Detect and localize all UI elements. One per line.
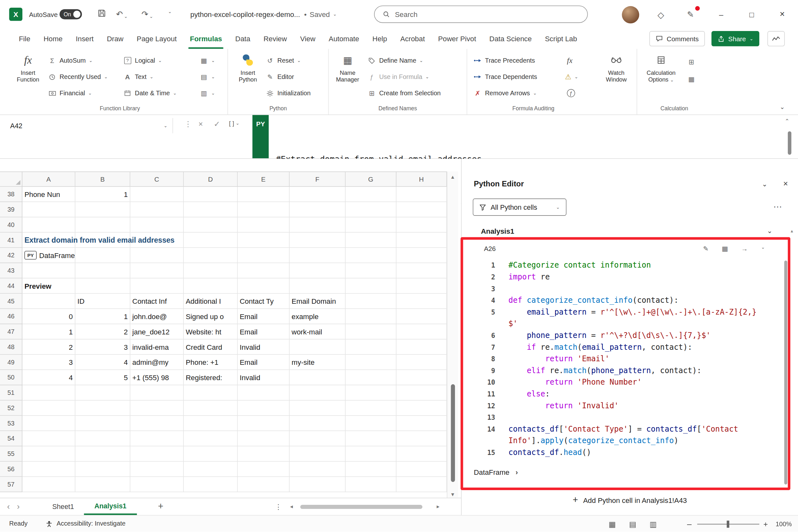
cell[interactable]: [396, 279, 447, 294]
normal-view-button[interactable]: ▦: [609, 519, 616, 529]
undo-button[interactable]: ↶⌄: [116, 9, 128, 19]
cell[interactable]: [130, 202, 184, 217]
cell[interactable]: [238, 232, 289, 248]
tab-script-lab[interactable]: Script Lab: [538, 28, 584, 49]
row-header-42[interactable]: 42: [0, 248, 22, 263]
table-icon[interactable]: ▦: [722, 245, 728, 252]
cell[interactable]: [396, 446, 447, 462]
cell[interactable]: [396, 248, 447, 263]
cell[interactable]: Email: [238, 324, 289, 340]
cell[interactable]: [396, 340, 447, 355]
cell[interactable]: [184, 202, 238, 217]
cell[interactable]: [396, 370, 447, 385]
python-cells-filter[interactable]: All Python cells ⌄: [473, 198, 567, 216]
cell[interactable]: [75, 416, 130, 431]
cell[interactable]: [22, 416, 75, 431]
cell[interactable]: [22, 477, 75, 492]
pen-icon[interactable]: ✎: [687, 10, 694, 19]
cell[interactable]: 1: [75, 187, 130, 202]
row-header-38[interactable]: 38: [0, 187, 22, 202]
cell[interactable]: john.doe@: [130, 309, 184, 324]
sheet-nav-right-icon[interactable]: ›: [17, 502, 27, 511]
row-header-47[interactable]: 47: [0, 324, 22, 340]
cell[interactable]: [396, 293, 447, 309]
formula-scrollbar-thumb[interactable]: [788, 131, 791, 155]
cell[interactable]: [22, 462, 75, 477]
cell[interactable]: [75, 385, 130, 401]
cell[interactable]: Additional I: [184, 293, 238, 309]
cell[interactable]: [184, 279, 238, 294]
reset-button[interactable]: ↺Reset⌄: [266, 54, 301, 67]
sheet-more-button[interactable]: ⋮: [275, 502, 282, 511]
scroll-down-icon[interactable]: ▼: [447, 492, 458, 497]
tab-data-science[interactable]: Data Science: [483, 28, 538, 49]
cell[interactable]: [346, 232, 396, 248]
logical-button[interactable]: ?Logical⌄: [123, 54, 162, 67]
cell[interactable]: [290, 401, 346, 416]
cell[interactable]: [396, 187, 447, 202]
panel-more-button[interactable]: …: [773, 200, 782, 210]
cell[interactable]: [396, 232, 447, 248]
zoom-in-button[interactable]: +: [763, 515, 768, 532]
cell[interactable]: [22, 217, 75, 233]
cell[interactable]: [238, 248, 289, 263]
cell[interactable]: jane_doe12: [130, 324, 184, 340]
column-header-c[interactable]: C: [130, 171, 184, 187]
edit-icon[interactable]: ✎: [703, 245, 708, 252]
autosum-button[interactable]: ΣAutoSum⌄: [48, 54, 93, 67]
cell[interactable]: [396, 324, 447, 340]
document-title[interactable]: python-excel-copilot-regex-demo... • Sav…: [190, 10, 337, 18]
cell[interactable]: [22, 385, 75, 401]
cell[interactable]: [396, 431, 447, 446]
share-button[interactable]: Share ⌄: [711, 31, 759, 46]
cell[interactable]: example: [290, 309, 346, 324]
scrollbar-thumb[interactable]: [451, 384, 455, 482]
avatar[interactable]: [622, 6, 639, 23]
cell[interactable]: [184, 263, 238, 279]
cell[interactable]: [75, 431, 130, 446]
cell[interactable]: [184, 477, 238, 492]
cell[interactable]: invalid-ema: [130, 340, 184, 355]
cell[interactable]: my-site: [290, 355, 346, 370]
cell[interactable]: [238, 431, 289, 446]
panel-collapse-icon[interactable]: ⌄: [762, 180, 767, 188]
math-trig-button[interactable]: ▤⌄: [200, 70, 215, 83]
cell[interactable]: [346, 248, 396, 263]
cell[interactable]: [396, 263, 447, 279]
trace-precedents-button[interactable]: Trace Precedents: [473, 54, 535, 67]
sheet-tab-analysis1[interactable]: Analysis1: [84, 498, 136, 515]
cell[interactable]: 3: [75, 340, 130, 355]
cell[interactable]: 5: [75, 370, 130, 385]
section-analysis1[interactable]: Analysis1: [481, 227, 514, 235]
tab-review[interactable]: Review: [257, 28, 293, 49]
cell[interactable]: [184, 248, 238, 263]
cell[interactable]: [290, 340, 346, 355]
column-header-h[interactable]: H: [396, 171, 447, 187]
cell[interactable]: [75, 248, 130, 263]
initialization-button[interactable]: Initialization: [266, 87, 311, 100]
cell[interactable]: Email: [238, 355, 289, 370]
row-header-55[interactable]: 55: [0, 446, 22, 462]
cell[interactable]: [290, 446, 346, 462]
row-header-43[interactable]: 43: [0, 263, 22, 279]
hscroll-left-icon[interactable]: ◂: [290, 503, 293, 510]
row-header-46[interactable]: 46: [0, 309, 22, 324]
tab-home[interactable]: Home: [37, 28, 69, 49]
cell[interactable]: [290, 248, 346, 263]
cell[interactable]: [346, 355, 396, 370]
cell[interactable]: ID: [75, 293, 130, 309]
financial-button[interactable]: Financial⌄: [48, 87, 92, 100]
cell[interactable]: [130, 446, 184, 462]
cell[interactable]: 2: [22, 340, 75, 355]
remove-arrows-button[interactable]: ✗Remove Arrows⌄: [473, 87, 537, 100]
row-header-52[interactable]: 52: [0, 401, 22, 416]
calculate-sheet-button[interactable]: ▦: [687, 72, 696, 86]
cell[interactable]: [290, 187, 346, 202]
cell[interactable]: Contact Ty: [238, 293, 289, 309]
cell[interactable]: [290, 385, 346, 401]
select-all-corner[interactable]: [0, 171, 22, 187]
cell[interactable]: [184, 431, 238, 446]
cell[interactable]: [290, 232, 346, 248]
tab-page-layout[interactable]: Page Layout: [130, 28, 184, 49]
column-header-a[interactable]: A: [22, 171, 75, 187]
